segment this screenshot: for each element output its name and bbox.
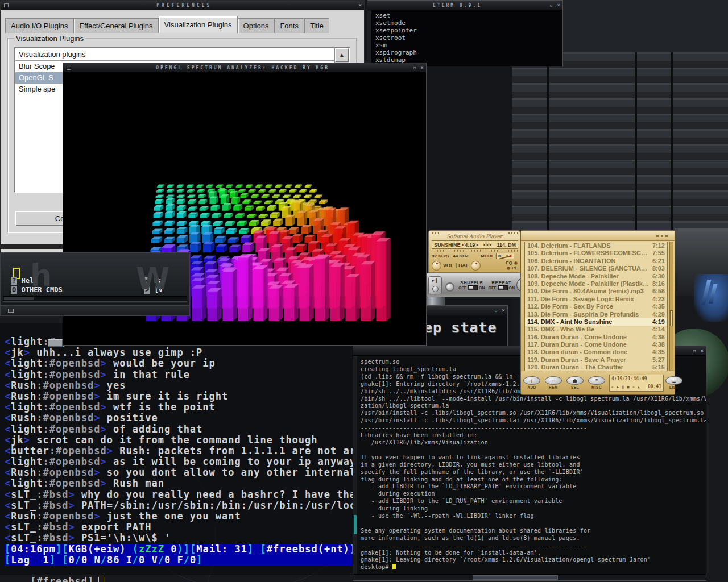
tab-fonts[interactable]: Fonts	[274, 18, 304, 33]
irc-message: <sLT_:#bsd> export PATH	[5, 522, 371, 533]
eterm-output: xset xsetmode xsetpointer xsetroot xsm x…	[375, 12, 417, 64]
tab-title[interactable]: Title	[304, 18, 329, 33]
track-number: 114. DM	[497, 242, 516, 248]
volume-knob[interactable]	[432, 261, 441, 271]
close-icon[interactable]: ×	[502, 307, 505, 313]
wallpaper-letter: W	[136, 261, 170, 297]
shuffle-toggle[interactable]	[468, 285, 478, 290]
list-button[interactable]: ≡ LIST	[665, 376, 682, 389]
eterm-body[interactable]: xset xsetmode xsetpointer xsetroot xsm x…	[367, 10, 562, 66]
close-icon[interactable]: ×	[701, 348, 704, 354]
eterm-scrollbar[interactable]	[367, 10, 371, 66]
irc-statusbar-1: [04:16pm][KGB(+eiw) (zZzZ 0)][Mail: 31] …	[5, 544, 367, 555]
balance-label: BAL	[458, 263, 469, 268]
scrollbar-thumb[interactable]	[670, 310, 673, 326]
playlist-row[interactable]: 109. Depeche Mode - Painkiller (Plastikm…	[525, 280, 667, 288]
scrollbar-thumb[interactable]	[354, 515, 357, 534]
irc-message: <jk> uhh...i always use gimp :P	[5, 347, 371, 358]
irc-chat: <light:#op><jk> uhh...i always use gimp …	[5, 336, 371, 544]
display-separator: ×××	[483, 242, 492, 248]
balance-knob[interactable]	[471, 261, 481, 271]
playlist-row[interactable]: 114. DMX - Aint No Sunshine4:19	[525, 318, 667, 326]
frequency-label: 44 KHZ	[453, 253, 469, 259]
close-icon[interactable]: ×	[359, 2, 362, 8]
skin-title: Sofamai Audio Player	[429, 234, 520, 239]
scrollbar-thumb[interactable]	[473, 575, 558, 580]
preferences-titlebar[interactable]: PREFERENCES ×	[1, 1, 364, 10]
mini-transport-icons[interactable]: « ▶ ‖ ■ » ▲	[611, 384, 640, 390]
eterm-titlebar[interactable]: ETERM 0.9.1 ▫ ×	[367, 1, 562, 10]
repeat-toggle[interactable]	[498, 285, 508, 290]
tab-visualization-plugins[interactable]: Visualization Plugins	[159, 16, 238, 33]
rem-button[interactable]: −REM	[545, 376, 562, 389]
playlist-row[interactable]: 116. Duran Duran - Come Undone4:38	[525, 334, 667, 341]
eep-state-text: eep state	[415, 320, 497, 336]
playlist-row[interactable]: 118. Duran duran - Common done4:35	[525, 348, 667, 356]
maximize-icon[interactable]: ▫	[413, 65, 416, 70]
equalizer-button[interactable]	[514, 261, 518, 265]
add-button[interactable]: +ADD	[523, 376, 540, 389]
bitrate-label: 92 KB/S	[432, 253, 449, 259]
mode-meter: ms	[496, 253, 514, 259]
playlist-tracklist[interactable]: 104. Delerium - FLATLANDS7:12105. Deleri…	[524, 242, 668, 371]
playlist-row[interactable]: 112. Die Form - Sex By Force4:35	[525, 303, 667, 310]
scrollbar-thumb[interactable]	[4, 297, 34, 300]
irc-message: <Rush:#openbsd> so you dont allow to any…	[5, 467, 371, 478]
playlist-row[interactable]: 111. Die Form - Savage Logic Remix4:23	[525, 296, 667, 303]
text-cursor	[98, 577, 104, 582]
playlist-row[interactable]: 105. Delerium - FLOWERSBECOMESCR...7:55	[525, 250, 667, 257]
preferences-tabs: Audio I/O PluginsEffect/General PluginsV…	[5, 16, 359, 33]
playlist-row[interactable]: 108. Depeche Mode - Painkiller6:30	[525, 273, 667, 280]
collapsed-window-strip[interactable]	[0, 305, 190, 316]
tab-audio-i-o-plugins[interactable]: Audio I/O Plugins	[5, 18, 73, 33]
xmms-playlist-window: 104. Delerium - FLATLANDS7:12105. Deleri…	[520, 230, 675, 395]
wallpaper-letter: h	[30, 257, 52, 293]
terminal-hscrollbar[interactable]	[353, 574, 706, 580]
close-icon[interactable]: ×	[421, 65, 424, 70]
tab-options[interactable]: Options	[238, 18, 275, 33]
knob-separator: |	[456, 263, 457, 268]
maximize-icon[interactable]: ▫	[494, 307, 497, 313]
playlist-row[interactable]: 115. DMX - Who We Be4:14	[525, 326, 667, 333]
maximize-icon[interactable]: ▫	[549, 2, 552, 8]
window-resize-corner[interactable]	[48, 339, 63, 347]
playlist-row[interactable]: 110. Die Form - 80.4Akuma (remix).mp36:5…	[525, 288, 667, 295]
next-track-button[interactable]: ▸❙	[428, 276, 442, 294]
window-title: ETERM 0.9.1	[367, 3, 547, 8]
playlist-titlebar[interactable]	[521, 231, 675, 241]
minimize-icon[interactable]	[8, 309, 14, 313]
playlist-row[interactable]: 120. Duran Duran - The Chauffer5:15	[525, 364, 667, 371]
terminal-scrollbar[interactable]	[353, 356, 357, 574]
irc-message: <Rush:#openbsd> positive	[5, 413, 371, 423]
playlist-scrollbar[interactable]	[669, 242, 673, 371]
panel-scrollbar[interactable]	[3, 296, 187, 301]
playlist-row[interactable]: 107. DELERIUM - SILENCE (SANCTUARY...8:0…	[525, 265, 667, 272]
round-button[interactable]	[432, 286, 439, 292]
seek-ruler[interactable]	[432, 250, 518, 252]
wallpaper-metal-bands	[511, 52, 728, 241]
xmms-main-window[interactable]: Sofamai Audio Player SUNSHINE <4:19> ×××…	[428, 230, 520, 273]
strip-knob[interactable]	[445, 282, 454, 292]
playlist-label: PL	[512, 265, 518, 271]
maximize-icon[interactable]: ▫	[693, 348, 696, 354]
irc-message: <Rush:#openbsd> yes	[5, 380, 371, 391]
playlist-row[interactable]: 106. Delerium - INCANTATION6:21	[525, 257, 667, 265]
close-icon[interactable]: ×	[557, 2, 560, 8]
volume-label: VOL	[443, 263, 454, 268]
irc-message: <light:#openbsd> of adding that	[5, 424, 371, 435]
irc-statusbar-2: [Lag 1] [0/0 N/86 I/0 V/0 F/0]	[5, 555, 367, 566]
list-icon[interactable]: ≡	[665, 376, 682, 385]
playlist-row[interactable]: 119. Duran Duran - Save A Prayer5:27	[525, 356, 667, 364]
scroll-up-icon[interactable]: ▲	[335, 48, 349, 62]
playlist-row[interactable]: 117. Duran Duran - Come Undone4:38	[525, 341, 667, 348]
playlist-row[interactable]: 113. Die Form - Suspiria De Profundis4:2…	[525, 311, 667, 318]
sel-button[interactable]: ●SEL	[566, 376, 584, 389]
window-menu-icon[interactable]	[4, 3, 9, 7]
spectrum-titlebar[interactable]: OPENGL SPECTRUM ANALYZER: HACKED BY KGB …	[63, 63, 426, 73]
playlist-toggle-button[interactable]	[507, 267, 510, 270]
tab-effect-general-plugins[interactable]: Effect/General Plugins	[73, 18, 158, 33]
irc-input-line[interactable]: [#freebsd]	[5, 566, 104, 582]
misc-button[interactable]: *MISC	[588, 376, 605, 389]
window-menu-icon[interactable]	[67, 66, 71, 70]
playlist-row[interactable]: 104. Delerium - FLATLANDS7:12	[525, 242, 667, 250]
